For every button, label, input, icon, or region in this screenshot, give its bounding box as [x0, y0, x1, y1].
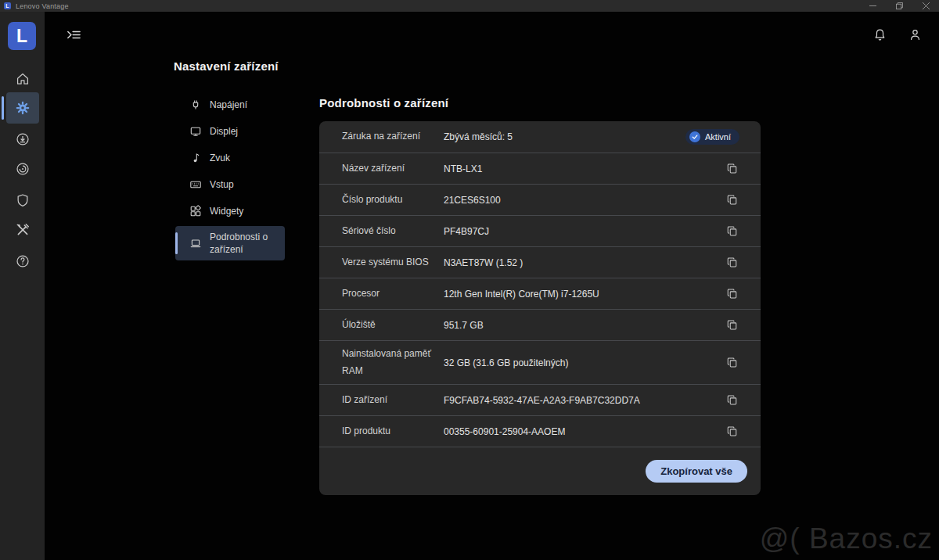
menu-toggle-button[interactable] — [67, 29, 81, 41]
copy-button[interactable] — [725, 318, 739, 332]
system-update-icon — [16, 132, 30, 146]
row-value: 00355-60901-25904-AAOEM — [444, 426, 725, 437]
display-icon — [189, 125, 202, 138]
row-value: NTB-LX1 — [444, 163, 725, 174]
table-row-processor: Procesor 12th Gen Intel(R) Core(TM) i7-1… — [319, 278, 761, 309]
subnav-item-widgets[interactable]: Widgety — [175, 198, 285, 224]
panel-title: Podrobnosti o zařízení — [319, 96, 761, 109]
subnav-item-power[interactable]: Napájení — [175, 92, 285, 118]
row-label: ID produktu — [342, 423, 444, 440]
row-value: PF4B97CJ — [444, 226, 725, 237]
copy-icon — [726, 288, 738, 300]
device-settings-subnav: Napájení Displej Zvuk Vstup Widgety — [175, 92, 285, 260]
close-icon — [923, 2, 930, 9]
copy-button[interactable] — [725, 192, 739, 207]
row-label: Úložiště — [342, 317, 444, 334]
row-label: Procesor — [342, 285, 444, 303]
row-value: 12th Gen Intel(R) Core(TM) i7-1265U — [444, 289, 725, 300]
restore-icon — [896, 2, 903, 9]
copy-icon — [726, 394, 738, 406]
bazos-watermark: @( Bazos.cz — [760, 522, 933, 555]
badge-label: Aktivní — [705, 132, 731, 142]
device-details-panel: Podrobnosti o zařízení Záruka na zařízen… — [319, 96, 761, 495]
sidebar-item-smart-performance[interactable] — [6, 153, 39, 185]
sidebar-item-hardware-scan[interactable] — [6, 214, 39, 246]
user-icon — [908, 28, 922, 41]
settings-gear-icon — [16, 101, 30, 115]
subnav-label: Vstup — [210, 178, 234, 191]
table-row-product-number: Číslo produktu 21CES6S100 — [319, 184, 761, 215]
card-footer: Zkopírovat vše — [319, 447, 761, 495]
home-icon — [16, 72, 30, 86]
notifications-button[interactable] — [873, 28, 887, 41]
table-row-installed-ram: Nainstalovaná paměť RAM 32 GB (31.6 GB p… — [319, 340, 761, 384]
laptop-icon — [189, 237, 202, 249]
row-value: Zbývá měsíců: 5 — [444, 131, 685, 142]
window-titlebar: L Lenovo Vantage — [0, 0, 939, 12]
copy-icon — [726, 163, 738, 174]
copy-button[interactable] — [725, 224, 739, 239]
account-button[interactable] — [908, 28, 922, 41]
keyboard-icon — [189, 178, 202, 191]
collapse-menu-icon — [67, 29, 81, 41]
copy-button[interactable] — [725, 161, 739, 176]
status-badge: Aktivní — [685, 129, 739, 145]
sidebar-active-accent — [2, 96, 4, 120]
table-row-device-id: ID zařízení F9CFAB74-5932-47AE-A2A3-F9AB… — [319, 384, 761, 415]
security-shield-icon — [16, 193, 30, 207]
copy-icon — [726, 194, 738, 206]
restore-button[interactable] — [886, 0, 912, 12]
row-value: 951.7 GB — [444, 320, 725, 331]
subnav-item-sound[interactable]: Zvuk — [175, 145, 285, 171]
sidebar: L — [0, 12, 45, 560]
help-icon — [16, 254, 30, 268]
power-plug-icon — [189, 99, 202, 111]
copy-button[interactable] — [725, 355, 739, 370]
table-row-device-name: Název zařízení NTB-LX1 — [319, 153, 761, 184]
row-label: Verze systému BIOS — [342, 254, 444, 271]
sidebar-item-home[interactable] — [6, 63, 39, 95]
copy-button[interactable] — [725, 255, 739, 270]
row-label: Nainstalovaná paměť RAM — [342, 346, 444, 379]
subnav-label: Widgety — [210, 205, 243, 217]
table-row-product-id: ID produktu 00355-60901-25904-AAOEM — [319, 415, 761, 447]
copy-icon — [726, 357, 738, 368]
close-button[interactable] — [912, 0, 939, 12]
smart-performance-icon — [16, 162, 30, 176]
copy-all-button[interactable]: Zkopírovat vše — [646, 460, 747, 483]
music-note-icon — [189, 152, 202, 164]
copy-button[interactable] — [725, 424, 739, 439]
subnav-label: Podrobnosti o zařízení — [210, 231, 279, 256]
page-title: Nastavení zařízení — [174, 59, 279, 73]
sidebar-item-system-update[interactable] — [6, 124, 39, 155]
app-window: L — [0, 12, 939, 560]
sidebar-item-security[interactable] — [6, 185, 39, 216]
subnav-item-display[interactable]: Displej — [175, 118, 285, 145]
row-label: Sériové číslo — [342, 223, 444, 240]
subnav-label: Napájení — [210, 99, 247, 111]
bell-icon — [873, 28, 887, 41]
row-value: 21CES6S100 — [444, 195, 725, 206]
minimize-icon — [869, 2, 876, 9]
subnav-label: Displej — [210, 125, 238, 138]
subnav-label: Zvuk — [210, 152, 230, 164]
subnav-item-input[interactable]: Vstup — [175, 171, 285, 198]
copy-button[interactable] — [725, 286, 739, 301]
row-label: Záruka na zařízení — [342, 128, 444, 145]
lenovo-logo-icon: L — [4, 2, 11, 9]
row-label: ID zařízení — [342, 392, 444, 409]
check-icon — [689, 131, 700, 142]
table-row-bios-version: Verze systému BIOS N3AET87W (1.52 ) — [319, 246, 761, 278]
row-label: Číslo produktu — [342, 192, 444, 209]
device-details-card: Záruka na zařízení Zbývá měsíců: 5 Aktiv… — [319, 121, 761, 495]
minimize-button[interactable] — [859, 0, 886, 12]
copy-icon — [726, 425, 738, 437]
sidebar-item-device-settings[interactable] — [6, 92, 39, 124]
sidebar-item-support[interactable] — [6, 246, 39, 277]
copy-button[interactable] — [725, 393, 739, 407]
window-title: Lenovo Vantage — [16, 2, 69, 10]
hardware-scan-tools-icon — [16, 223, 30, 237]
row-label: Název zařízení — [342, 160, 444, 178]
table-row-storage: Úložiště 951.7 GB — [319, 309, 761, 340]
subnav-item-device-details[interactable]: Podrobnosti o zařízení — [175, 226, 285, 260]
